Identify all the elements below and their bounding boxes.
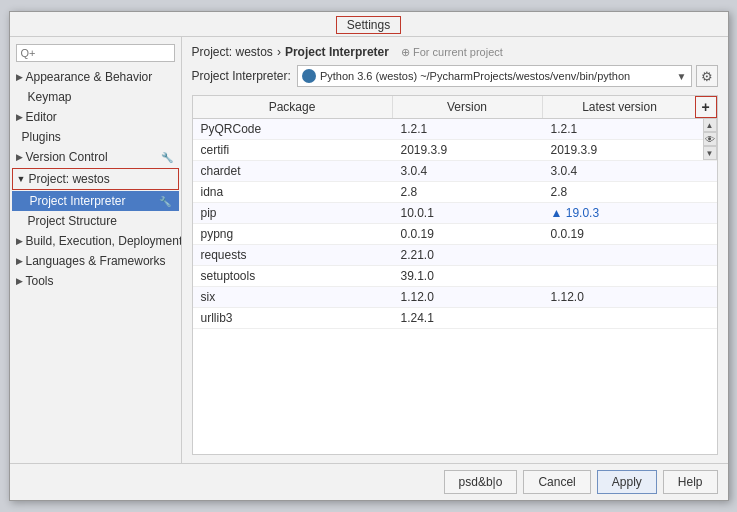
cell-version: 2019.3.9 <box>393 140 543 160</box>
table-body: PyQRCode 1.2.1 1.2.1 certifi 2019.3.9 20… <box>193 119 717 454</box>
restore-button[interactable]: psd&b|o <box>444 470 518 494</box>
cell-latest: 3.0.4 <box>543 161 717 181</box>
arrow-icon-vc: ▶ <box>16 152 23 162</box>
breadcrumb-current: Project Interpreter <box>285 45 389 59</box>
apply-button[interactable]: Apply <box>597 470 657 494</box>
table-row[interactable]: pip 10.0.1 ▲ 19.0.3 <box>193 203 717 224</box>
cell-package: certifi <box>193 140 393 160</box>
sidebar-item-editor[interactable]: ▶ Editor <box>10 107 181 127</box>
arrow-icon: ▶ <box>16 72 23 82</box>
sidebar-item-appearance[interactable]: ▶ Appearance & Behavior <box>10 67 181 87</box>
eye-button[interactable]: 👁 <box>703 132 717 146</box>
cell-version: 1.2.1 <box>393 119 543 139</box>
python-icon <box>302 69 316 83</box>
table-row[interactable]: certifi 2019.3.9 2019.3.9 <box>193 140 717 161</box>
table-row[interactable]: six 1.12.0 1.12.0 <box>193 287 717 308</box>
sidebar-item-project-structure[interactable]: Project Structure <box>10 211 181 231</box>
table-row[interactable]: pypng 0.0.19 0.0.19 <box>193 224 717 245</box>
pi-icon: 🔧 <box>159 196 171 207</box>
cell-latest: ▲ 19.0.3 <box>543 203 717 223</box>
add-package-button[interactable]: + <box>695 96 717 118</box>
cell-version: 2.8 <box>393 182 543 202</box>
cell-version: 39.1.0 <box>393 266 543 286</box>
table-row[interactable]: setuptools 39.1.0 <box>193 266 717 287</box>
cell-package: urllib3 <box>193 308 393 328</box>
help-button[interactable]: Help <box>663 470 718 494</box>
arrow-icon-editor: ▶ <box>16 112 23 122</box>
interpreter-row: Project Interpreter: Python 3.6 (westos)… <box>192 65 718 87</box>
cell-package: PyQRCode <box>193 119 393 139</box>
title-bar: Settings <box>10 12 728 37</box>
cell-package: requests <box>193 245 393 265</box>
search-row <box>10 41 181 65</box>
sidebar-item-plugins[interactable]: Plugins <box>10 127 181 147</box>
plus-icon: + <box>701 99 709 115</box>
sidebar-item-keymap[interactable]: Keymap <box>10 87 181 107</box>
cell-version: 1.24.1 <box>393 308 543 328</box>
cell-latest: 2.8 <box>543 182 717 202</box>
sidebar: ▶ Appearance & Behavior Keymap ▶ Editor … <box>10 37 182 463</box>
table-row[interactable]: urllib3 1.24.1 <box>193 308 717 329</box>
cancel-button[interactable]: Cancel <box>523 470 590 494</box>
breadcrumb-separator: › <box>277 45 281 59</box>
main-content: Project: westos › Project Interpreter ⊕ … <box>182 37 728 463</box>
cell-version: 1.12.0 <box>393 287 543 307</box>
cell-latest: 0.0.19 <box>543 224 717 244</box>
col-package: Package <box>193 96 393 118</box>
interpreter-value: Python 3.6 (westos) ~/PycharmProjects/we… <box>320 70 677 82</box>
sidebar-item-project-westos[interactable]: ▼ Project: westos <box>12 168 179 190</box>
cell-version: 10.0.1 <box>393 203 543 223</box>
table-row[interactable]: requests 2.21.0 <box>193 245 717 266</box>
arrow-icon-tools: ▶ <box>16 276 23 286</box>
sidebar-item-languages[interactable]: ▶ Languages & Frameworks <box>10 251 181 271</box>
cell-package: setuptools <box>193 266 393 286</box>
scroll-down-button[interactable]: ▼ <box>703 146 717 160</box>
cell-latest <box>543 266 717 286</box>
cell-package: pip <box>193 203 393 223</box>
interpreter-select[interactable]: Python 3.6 (westos) ~/PycharmProjects/we… <box>297 65 692 87</box>
cell-latest <box>543 245 717 265</box>
dialog-title: Settings <box>336 16 401 34</box>
cell-package: chardet <box>193 161 393 181</box>
for-project-label: ⊕ For current project <box>401 46 503 59</box>
dialog-body: ▶ Appearance & Behavior Keymap ▶ Editor … <box>10 37 728 463</box>
cell-package: six <box>193 287 393 307</box>
cell-latest: 1.2.1 <box>543 119 717 139</box>
breadcrumb: Project: westos › Project Interpreter ⊕ … <box>192 45 718 59</box>
table-row[interactable]: PyQRCode 1.2.1 1.2.1 <box>193 119 717 140</box>
breadcrumb-project: Project: westos <box>192 45 273 59</box>
table-row[interactable]: chardet 3.0.4 3.0.4 <box>193 161 717 182</box>
cell-version: 3.0.4 <box>393 161 543 181</box>
cell-latest: 1.12.0 <box>543 287 717 307</box>
vc-icon: 🔧 <box>161 152 173 163</box>
cell-latest <box>543 308 717 328</box>
sidebar-item-project-interpreter[interactable]: Project Interpreter 🔧 <box>12 191 179 211</box>
cell-version: 0.0.19 <box>393 224 543 244</box>
arrow-icon-project: ▼ <box>17 174 26 184</box>
arrow-icon-build: ▶ <box>16 236 23 246</box>
table-scroll-actions: ▲ 👁 ▼ <box>703 118 717 160</box>
dialog-footer: psd&b|o Cancel Apply Help <box>10 463 728 500</box>
cell-package: idna <box>193 182 393 202</box>
scroll-up-button[interactable]: ▲ <box>703 118 717 132</box>
sidebar-item-build[interactable]: ▶ Build, Execution, Deployment <box>10 231 181 251</box>
interpreter-label: Project Interpreter: <box>192 69 291 83</box>
settings-dialog: Settings ▶ Appearance & Behavior Keymap … <box>9 11 729 501</box>
cell-version: 2.21.0 <box>393 245 543 265</box>
sidebar-item-tools[interactable]: ▶ Tools <box>10 271 181 291</box>
table-row[interactable]: idna 2.8 2.8 <box>193 182 717 203</box>
gear-button[interactable]: ⚙ <box>696 65 718 87</box>
col-version: Version <box>393 96 543 118</box>
chevron-down-icon: ▼ <box>677 71 687 82</box>
sidebar-item-version-control[interactable]: ▶ Version Control 🔧 <box>10 147 181 167</box>
cell-latest: 2019.3.9 <box>543 140 717 160</box>
cell-package: pypng <box>193 224 393 244</box>
arrow-icon-lang: ▶ <box>16 256 23 266</box>
col-latest: Latest version <box>543 96 717 118</box>
interpreter-select-wrap: Python 3.6 (westos) ~/PycharmProjects/we… <box>297 65 718 87</box>
gear-icon: ⚙ <box>701 69 713 84</box>
package-table: Package Version Latest version + PyQRCod… <box>192 95 718 455</box>
table-header: Package Version Latest version <box>193 96 717 119</box>
search-input[interactable] <box>16 44 175 62</box>
